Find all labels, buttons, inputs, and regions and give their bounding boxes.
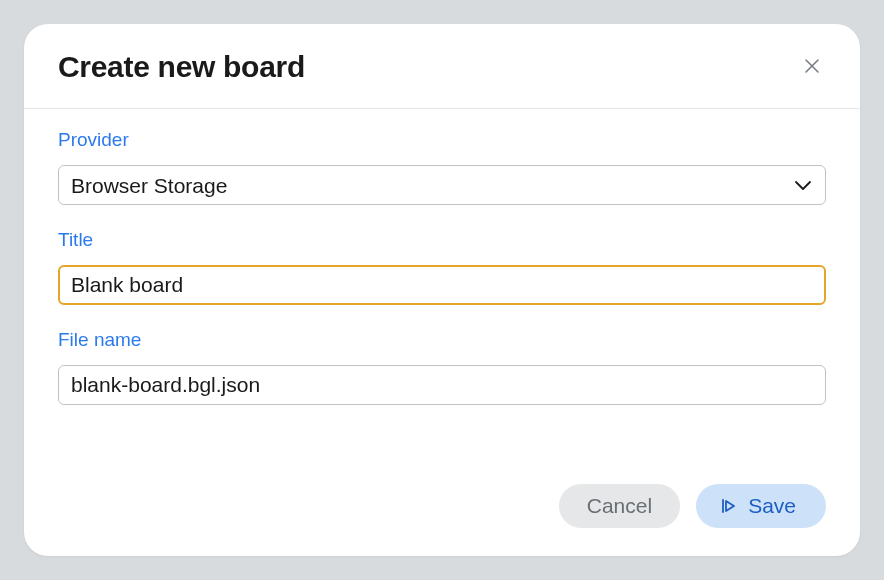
dialog-title: Create new board — [58, 50, 305, 84]
cancel-button[interactable]: Cancel — [559, 484, 680, 528]
create-board-dialog: Create new board Provider Browser Storag… — [24, 24, 860, 556]
provider-field: Provider Browser Storage — [58, 129, 826, 205]
filename-field: File name — [58, 329, 826, 405]
dialog-header: Create new board — [24, 24, 860, 109]
provider-select-wrapper: Browser Storage — [58, 165, 826, 205]
save-button[interactable]: Save — [696, 484, 826, 528]
save-button-label: Save — [748, 494, 796, 518]
title-field: Title — [58, 229, 826, 305]
title-input[interactable] — [58, 265, 826, 305]
dialog-footer: Cancel Save — [24, 484, 860, 556]
close-icon — [802, 56, 822, 79]
provider-label: Provider — [58, 129, 826, 151]
svg-marker-3 — [726, 501, 734, 511]
filename-label: File name — [58, 329, 826, 351]
close-button[interactable] — [798, 52, 826, 83]
filename-input[interactable] — [58, 365, 826, 405]
dialog-body: Provider Browser Storage Title File name — [24, 109, 860, 484]
provider-select[interactable]: Browser Storage — [58, 165, 826, 205]
play-step-icon — [720, 498, 736, 514]
title-label: Title — [58, 229, 826, 251]
